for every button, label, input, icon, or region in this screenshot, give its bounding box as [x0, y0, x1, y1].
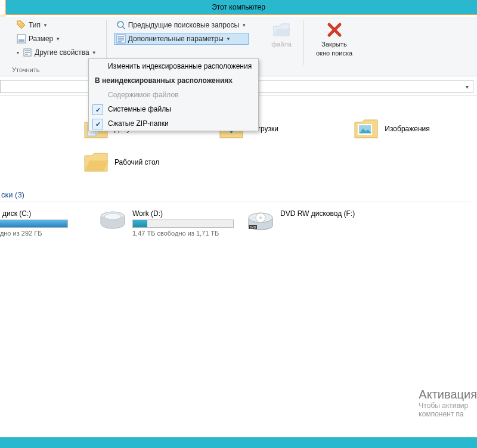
svg-point-13: [259, 217, 262, 219]
hdd-icon: [99, 209, 126, 231]
size-dropdown[interactable]: Размер ▼: [14, 33, 99, 45]
drives-section-header[interactable]: ски (3): [0, 190, 471, 202]
drive-d-usage-bar: [132, 220, 234, 228]
pictures-folder-icon: [354, 118, 379, 140]
chevron-down-icon: ▼: [43, 23, 48, 28]
svg-point-0: [18, 22, 20, 23]
drive-c[interactable]: й диск (C:) одно из 292 ГБ: [0, 209, 86, 237]
advanced-options-menu: Изменить индексированные расположения В …: [88, 58, 259, 131]
window-titlebar: Этот компьютер: [0, 0, 477, 14]
drive-f[interactable]: DVD DVD RW дисковод (F:): [247, 209, 355, 231]
check-icon: ✔: [92, 119, 103, 129]
size-icon: [17, 34, 26, 44]
options-list-icon: [116, 34, 126, 44]
close-search-button[interactable]: Закрыть окно поиска: [311, 19, 357, 58]
ribbon-tab-active-edge: [0, 0, 6, 14]
desktop-folder-icon: [83, 151, 109, 174]
drive-d-name: Work (D:): [132, 209, 234, 218]
tag-icon: [17, 20, 26, 30]
menu-zip-folders[interactable]: ✔ Сжатые ZIP-папки: [89, 116, 258, 131]
svg-rect-2: [18, 39, 24, 42]
menu-section-nonindexed: В неиндексированных расположениях: [89, 73, 258, 88]
chevron-down-icon: ▼: [226, 36, 231, 42]
dvd-drive-icon: DVD: [247, 209, 274, 231]
ribbon-group-label-refine: Уточнить: [12, 66, 40, 73]
previous-searches-dropdown[interactable]: Предыдущие поисковые запросы ▼: [114, 19, 249, 31]
close-x-icon: [326, 21, 343, 38]
content-area: Документы Загрузки Изображения Рабочий с…: [0, 96, 477, 430]
drive-f-name: DVD RW дисковод (F:): [280, 209, 355, 218]
svg-point-10: [104, 214, 121, 220]
folder-open-ghost-icon: [272, 20, 291, 39]
drive-d-free: 1,47 ТБ свободно из 1,71 ТБ: [132, 230, 234, 237]
drive-c-usage-bar: [0, 220, 68, 228]
drive-d[interactable]: Work (D:) 1,47 ТБ свободно из 1,71 ТБ: [99, 209, 234, 237]
type-dropdown[interactable]: Тип ▼: [14, 19, 99, 31]
taskbar-strip: [0, 437, 477, 448]
menu-system-files[interactable]: ✔ Системные файлы: [89, 102, 258, 116]
chevron-down-icon: ▼: [55, 36, 60, 42]
chevron-down-icon: ▼: [241, 23, 246, 28]
properties-icon: [23, 48, 32, 57]
advanced-options-dropdown[interactable]: Дополнительные параметры ▼: [114, 33, 249, 45]
window-title: Этот компьютер: [212, 3, 265, 11]
menu-change-indexed-locations[interactable]: Изменить индексированные расположения: [89, 59, 258, 73]
chevron-down-icon: ▾: [17, 50, 19, 55]
close-search-label-1: Закрыть: [321, 41, 346, 48]
activation-watermark: Активация Чтобы активир компонент па: [419, 388, 477, 418]
svg-text:DVD: DVD: [250, 225, 256, 229]
history-search-icon: [116, 20, 126, 30]
folder-pictures[interactable]: Изображения: [354, 118, 471, 140]
menu-file-contents[interactable]: Содержимое файлов: [89, 88, 258, 102]
chevron-down-icon: ▼: [92, 50, 97, 55]
other-properties-dropdown[interactable]: ▾ Другие свойства ▼: [14, 47, 99, 58]
close-search-label-2: окно поиска: [316, 50, 352, 57]
open-file-location-button[interactable]: файла: [267, 19, 296, 50]
drive-c-name: й диск (C:): [0, 209, 86, 218]
check-icon: ✔: [92, 104, 103, 115]
open-file-ghost-label: файла: [271, 41, 292, 48]
folder-desktop[interactable]: Рабочий стол: [83, 151, 203, 174]
chevron-down-icon[interactable]: ▾: [461, 84, 473, 90]
ribbon-separator: [303, 20, 304, 65]
drive-c-free: одно из 292 ГБ: [0, 230, 86, 237]
